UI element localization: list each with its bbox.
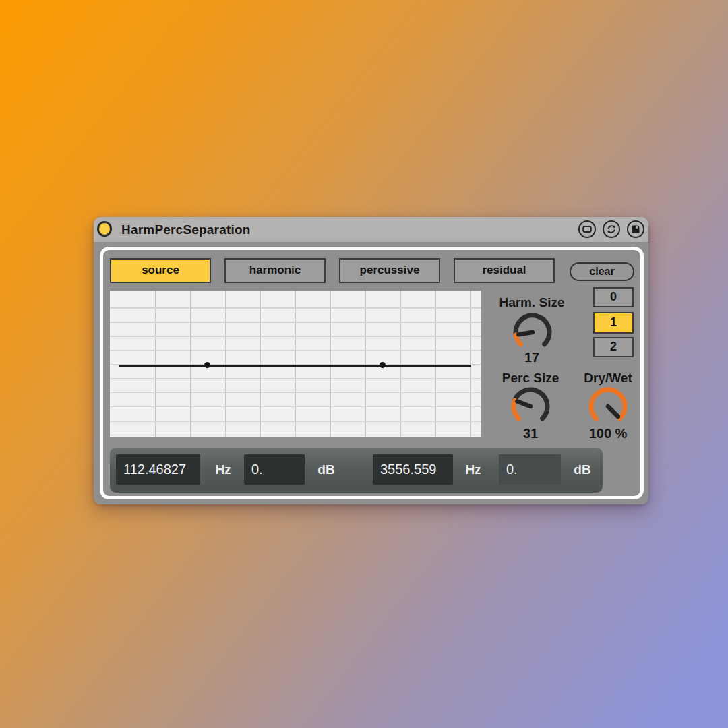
freq-2-numbox[interactable]: 3556.559 (373, 454, 453, 485)
order-button-2[interactable]: 2 (593, 337, 634, 357)
filter-curve-editor[interactable] (110, 291, 481, 437)
save-icon[interactable] (627, 220, 644, 238)
tab-residual[interactable]: residual (454, 258, 555, 283)
gain-1-unit-label: dB (309, 454, 344, 485)
dry-wet-value: 100 % (551, 426, 665, 442)
gain-2-unit-label: dB (565, 454, 600, 485)
gain-1-numbox[interactable]: 0. (244, 454, 305, 485)
clear-button[interactable]: clear (570, 262, 634, 281)
gain-2-numbox[interactable]: 0. (499, 454, 561, 485)
freq-1-numbox[interactable]: 112.46827 (116, 454, 200, 485)
tab-source[interactable]: source (110, 258, 211, 283)
device-titlebar: HarmPercSeparation (94, 217, 648, 243)
order-button-1[interactable]: 1 (593, 312, 634, 334)
freq-2-unit-label: Hz (456, 454, 491, 485)
breakpoint-2[interactable] (380, 362, 386, 368)
filter-curve-line (119, 365, 471, 367)
presentation-icon[interactable] (578, 220, 596, 238)
harm-size-knob[interactable] (511, 311, 554, 354)
order-button-0[interactable]: 0 (593, 287, 634, 307)
tab-percussive[interactable]: percussive (339, 258, 440, 283)
desktop-background: HarmPercSeparation (0, 0, 728, 728)
dry-wet-label: Dry/Wet (551, 371, 665, 386)
grid-horizontal-lines (110, 307, 481, 437)
breakpoint-1[interactable] (204, 362, 210, 368)
harm-size-value: 17 (475, 350, 589, 365)
sync-icon-glyph (606, 224, 617, 235)
tab-harmonic[interactable]: harmonic (224, 258, 326, 283)
presentation-icon-glyph (582, 224, 593, 235)
harm-size-label: Harm. Size (475, 295, 589, 310)
device-title: HarmPercSeparation (121, 222, 251, 237)
breakpoint-readout-panel: 112.46827 Hz 0. dB 3556.559 Hz 0. dB (110, 448, 603, 493)
freq-1-unit-label: Hz (206, 454, 241, 485)
save-icon-glyph (630, 224, 641, 235)
sync-icon[interactable] (603, 220, 620, 238)
dry-wet-knob[interactable] (586, 385, 630, 428)
device-on-led[interactable] (97, 221, 112, 237)
perc-size-knob[interactable] (509, 385, 552, 428)
